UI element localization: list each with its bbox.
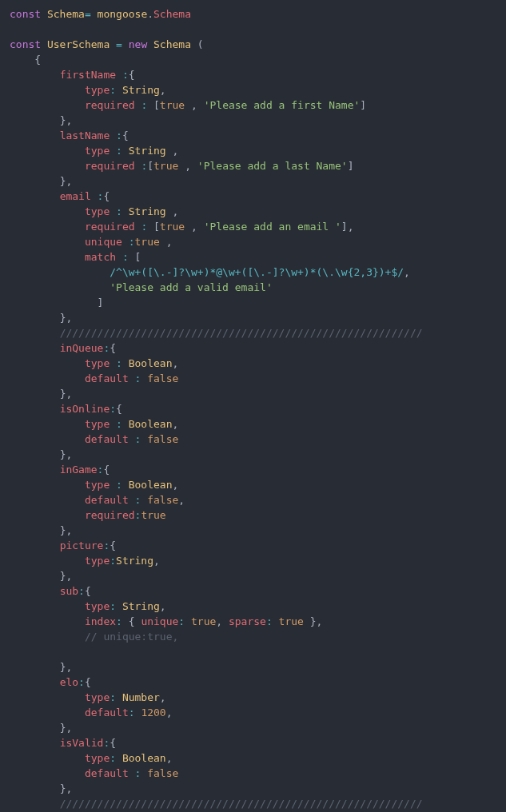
punct: , xyxy=(185,160,191,172)
comment: // unique:true, xyxy=(85,631,178,643)
prop: required xyxy=(85,160,135,172)
punct: }, xyxy=(60,312,73,324)
identifier: mongoose xyxy=(98,8,148,20)
op: : xyxy=(116,479,122,491)
string: 'Please add a valid email' xyxy=(110,281,273,293)
op: : xyxy=(78,676,85,688)
punct: [ xyxy=(135,251,141,263)
punct: { xyxy=(129,615,135,627)
literal: true xyxy=(160,99,185,111)
literal: true xyxy=(153,160,178,172)
op: : xyxy=(129,236,135,248)
punct: [ xyxy=(153,221,160,233)
comment: ////////////////////////////////////////… xyxy=(60,798,423,810)
punct: { xyxy=(103,190,110,202)
op: : xyxy=(135,494,141,506)
literal: false xyxy=(147,494,178,506)
punct: { xyxy=(110,342,116,354)
identifier: UserSchema xyxy=(47,38,110,50)
prop: sparse xyxy=(229,615,266,627)
op: : xyxy=(116,205,122,217)
op: : xyxy=(116,357,122,369)
prop: inQueue xyxy=(60,342,104,354)
punct: }, xyxy=(60,524,73,536)
literal: true xyxy=(160,221,185,233)
string: 'Please add a first Name' xyxy=(204,99,361,111)
literal: true xyxy=(279,615,304,627)
punct: ( xyxy=(197,38,204,50)
prop: type xyxy=(85,145,110,157)
prop: required xyxy=(85,99,135,111)
prop: default xyxy=(85,767,129,779)
punct: { xyxy=(103,464,110,476)
punct: { xyxy=(34,54,41,66)
operator: = xyxy=(116,38,122,50)
class: String xyxy=(122,84,160,96)
punct: , xyxy=(166,752,173,764)
punct: { xyxy=(122,129,129,141)
punct: , xyxy=(173,205,179,217)
literal: true xyxy=(141,509,165,521)
prop: required xyxy=(85,509,135,521)
op: : xyxy=(116,129,122,141)
keyword: new xyxy=(129,38,147,50)
class: String xyxy=(129,205,166,217)
punct: { xyxy=(129,69,135,81)
op: : xyxy=(122,251,129,263)
op: : xyxy=(110,84,116,96)
punct: , xyxy=(166,707,173,718)
prop: type xyxy=(85,691,110,703)
punct: }, xyxy=(60,570,73,582)
class: Number xyxy=(122,691,160,703)
punct: }, xyxy=(60,722,73,734)
prop: type xyxy=(85,600,110,612)
prop: inGame xyxy=(60,464,98,476)
punct: . xyxy=(147,8,153,20)
operator: = xyxy=(85,8,91,20)
prop: type xyxy=(85,479,110,491)
punct: ] xyxy=(348,160,354,172)
prop: type xyxy=(85,357,110,369)
prop: required xyxy=(85,221,135,233)
code-editor[interactable]: const Schema= mongoose.Schema const User… xyxy=(0,0,506,812)
keyword: const xyxy=(10,8,41,20)
punct: [ xyxy=(147,160,153,172)
literal: 1200 xyxy=(141,707,165,718)
string: 'Please add a last Name' xyxy=(197,160,348,172)
punct: , xyxy=(173,357,179,369)
op: : xyxy=(116,615,122,627)
punct: , xyxy=(166,236,173,248)
prop: Schema xyxy=(153,8,191,20)
prop: default xyxy=(85,433,129,445)
punct: { xyxy=(85,676,91,688)
op: : xyxy=(116,145,122,157)
prop: sub xyxy=(60,585,78,597)
literal: true xyxy=(135,236,160,248)
punct: , xyxy=(178,494,185,506)
punct: , xyxy=(191,99,197,111)
punct: , xyxy=(216,615,222,627)
op: : xyxy=(141,99,147,111)
prop: unique xyxy=(85,236,122,248)
keyword: const xyxy=(10,38,41,50)
op: : xyxy=(129,707,135,718)
class: String xyxy=(129,145,166,157)
prop: firstName xyxy=(60,69,116,81)
op: : xyxy=(110,403,116,415)
punct: }, xyxy=(60,114,73,126)
string: 'Please add an email ' xyxy=(204,221,341,233)
prop: type xyxy=(85,84,110,96)
prop: type xyxy=(85,418,110,430)
punct: }, xyxy=(60,175,73,187)
class: Boolean xyxy=(129,418,173,430)
punct: , xyxy=(160,84,166,96)
class: String xyxy=(116,555,153,567)
punct: ] xyxy=(98,297,104,308)
punct: }, xyxy=(60,661,73,673)
prop: default xyxy=(85,707,129,718)
literal: true xyxy=(191,615,216,627)
class: Schema xyxy=(153,38,191,50)
punct: { xyxy=(85,585,91,597)
regex: /^\w+([\.-]?\w+)*@\w+([\.-]?\w+)*(\.\w{2… xyxy=(110,266,404,278)
literal: false xyxy=(147,372,178,384)
